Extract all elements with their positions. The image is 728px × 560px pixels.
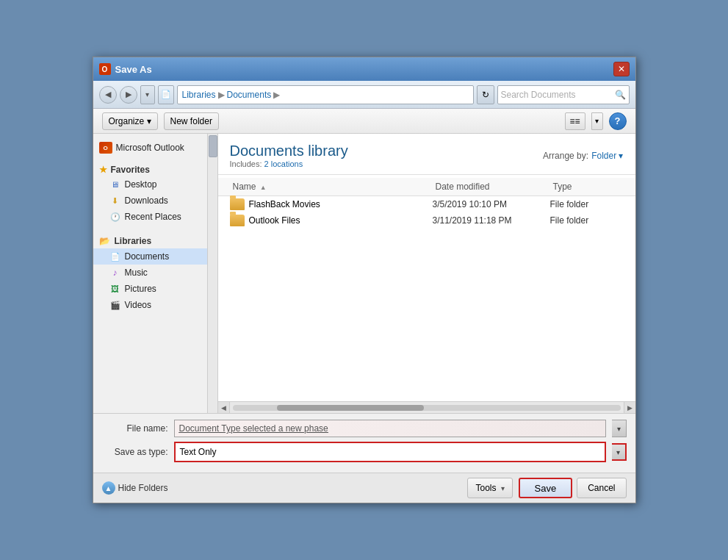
nav-folder-icon: 📄 <box>158 85 174 104</box>
favorites-star-icon: ★ <box>99 165 107 175</box>
arrange-by: Arrange by: Folder ▾ <box>543 151 623 161</box>
sort-arrow: ▲ <box>260 184 267 191</box>
save-button[interactable]: Save <box>519 478 573 498</box>
column-name[interactable]: Name ▲ <box>230 179 433 194</box>
filename-input[interactable]: Document Type selected a new phase <box>174 420 606 437</box>
sidebar-item-recent-places[interactable]: 🕐 Recent Places <box>93 209 217 225</box>
scrollbar-thumb <box>209 135 217 157</box>
recent-places-icon: 🕐 <box>109 211 121 223</box>
outlook-icon: O <box>99 142 112 154</box>
bottom-fields: File name: Document Type selected a new … <box>93 413 635 473</box>
bottom-actions: ▲ Hide Folders Tools ▾ Save Cancel <box>93 473 635 503</box>
back-button[interactable]: ◀ <box>99 86 117 104</box>
horizontal-scrollbar[interactable]: ◀ ▶ <box>218 401 635 413</box>
search-bar[interactable]: Search Documents 🔍 <box>497 85 630 104</box>
title-bar: O Save As ✕ <box>93 57 635 81</box>
cancel-button[interactable]: Cancel <box>577 478 626 498</box>
menu-button[interactable]: ▾ <box>140 85 155 104</box>
filename-dropdown-button[interactable]: ▾ <box>612 420 627 437</box>
hide-folders-button[interactable]: ▲ Hide Folders <box>102 481 168 495</box>
sidebar-item-videos[interactable]: 🎬 Videos <box>93 297 217 313</box>
folder-icon <box>230 215 245 226</box>
action-bar: Organize ▾ New folder ≡≡ ▾ ? <box>93 109 635 134</box>
help-button[interactable]: ? <box>609 112 627 130</box>
view-dropdown-button[interactable]: ▾ <box>591 112 603 130</box>
library-subtitle: Includes: 2 locations <box>230 159 348 168</box>
table-row[interactable]: Outlook Files 3/11/2019 11:18 PM File fo… <box>218 212 635 229</box>
tools-button[interactable]: Tools ▾ <box>467 478 512 498</box>
file-date: 3/11/2019 11:18 PM <box>433 215 550 226</box>
scroll-track <box>233 405 621 411</box>
main-panel: Documents library Includes: 2 locations … <box>218 134 635 413</box>
navigation-toolbar: ◀ ▶ ▾ 📄 Libraries ▶ Documents ▶ ↻ Search… <box>93 81 635 109</box>
scroll-left-button[interactable]: ◀ <box>218 402 230 414</box>
sidebar-item-pictures[interactable]: 🖼 Pictures <box>93 281 217 297</box>
arrange-dropdown[interactable]: Folder ▾ <box>591 151 623 161</box>
column-date[interactable]: Date modified <box>433 179 550 194</box>
file-name-cell: FlashBack Movies <box>230 198 433 210</box>
libraries-group: 📂 Libraries <box>93 231 217 248</box>
tools-arrow-icon: ▾ <box>501 484 505 492</box>
filename-row: File name: Document Type selected a new … <box>102 420 627 437</box>
breadcrumb-libraries[interactable]: Libraries <box>182 90 216 100</box>
downloads-icon: ⬇ <box>109 195 121 207</box>
sidebar-item-outlook[interactable]: O Microsoft Outlook <box>93 140 217 156</box>
videos-icon: 🎬 <box>109 299 121 311</box>
forward-button[interactable]: ▶ <box>120 86 137 104</box>
hide-folders-icon: ▲ <box>102 481 115 495</box>
filename-label: File name: <box>102 423 168 434</box>
organize-button[interactable]: Organize ▾ <box>102 112 158 130</box>
pictures-icon: 🖼 <box>109 283 121 295</box>
music-icon: ♪ <box>109 267 121 279</box>
content-area: O Microsoft Outlook ★ Favorites 🖥 Deskto… <box>93 134 635 413</box>
breadcrumb-documents[interactable]: Documents <box>227 90 272 100</box>
search-icon[interactable]: 🔍 <box>615 90 626 100</box>
panel-header: Documents library Includes: 2 locations … <box>218 134 635 175</box>
save-as-dialog: O Save As ✕ ◀ ▶ ▾ 📄 Libraries ▶ Document… <box>93 57 636 503</box>
sidebar-item-music[interactable]: ♪ Music <box>93 265 217 281</box>
sidebar-item-downloads[interactable]: ⬇ Downloads <box>93 193 217 209</box>
address-bar[interactable]: Libraries ▶ Documents ▶ <box>177 85 474 104</box>
savetype-dropdown-button[interactable]: ▾ <box>612 443 627 461</box>
view-button[interactable]: ≡≡ <box>565 112 585 130</box>
file-list: Name ▲ Date modified Type FlashBack Movi… <box>218 175 635 401</box>
savetype-label: Save as type: <box>102 447 168 457</box>
file-date: 3/5/2019 10:10 PM <box>433 199 550 209</box>
savetype-input[interactable]: Text Only <box>176 443 605 461</box>
app-icon: O <box>99 63 111 75</box>
file-list-header: Name ▲ Date modified Type <box>218 178 635 196</box>
folder-icon <box>230 198 245 210</box>
file-type: File folder <box>550 215 624 226</box>
scroll-thumb[interactable] <box>277 405 424 411</box>
sidebar-item-documents[interactable]: 📄 Documents <box>93 248 217 265</box>
scroll-right-button[interactable]: ▶ <box>624 402 635 414</box>
savetype-row: Save as type: Text Only ▾ <box>102 442 627 462</box>
column-type[interactable]: Type <box>550 179 624 194</box>
dialog-title: Save As <box>115 64 609 75</box>
search-placeholder: Search Documents <box>501 90 576 100</box>
locations-link[interactable]: 2 locations <box>264 159 303 168</box>
libraries-icon: 📂 <box>99 235 111 247</box>
sidebar: O Microsoft Outlook ★ Favorites 🖥 Deskto… <box>93 134 218 413</box>
savetype-box: Text Only <box>174 442 606 462</box>
table-row[interactable]: FlashBack Movies 3/5/2019 10:10 PM File … <box>218 196 635 212</box>
favorites-group: ★ Favorites <box>93 160 217 176</box>
sidebar-item-desktop[interactable]: 🖥 Desktop <box>93 176 217 193</box>
new-folder-button[interactable]: New folder <box>164 112 219 130</box>
documents-icon: 📄 <box>109 251 121 262</box>
sidebar-scrollbar[interactable] <box>207 134 217 413</box>
close-button[interactable]: ✕ <box>613 62 630 76</box>
file-type: File folder <box>550 199 624 209</box>
refresh-button[interactable]: ↻ <box>477 85 494 104</box>
desktop-icon: 🖥 <box>109 179 121 190</box>
library-title: Documents library <box>230 143 348 159</box>
file-name-cell: Outlook Files <box>230 215 433 226</box>
